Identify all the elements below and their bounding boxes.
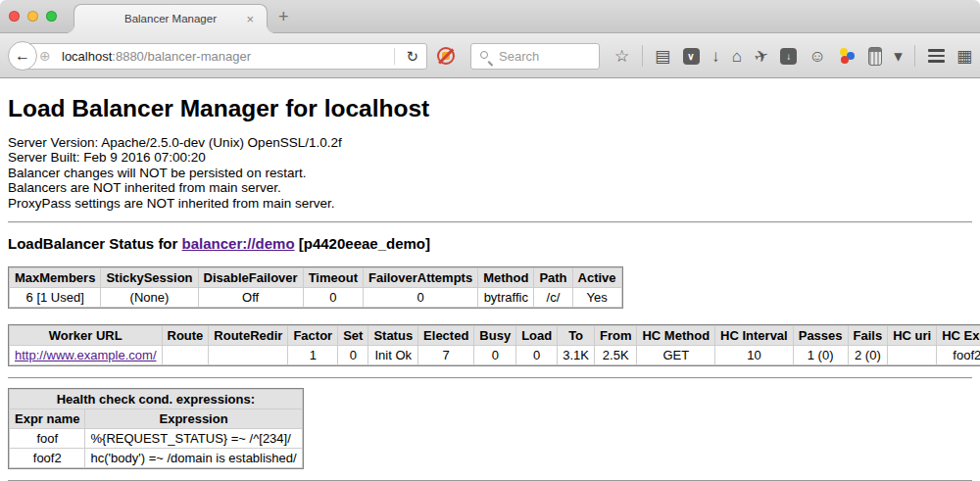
toolbar-icons: ☆ ▤ ∨ ↓ ⌂ ✈ ↓ ☺ ▾ ▦ xyxy=(614,33,972,78)
worker-status-table: Worker URLRouteRouteRedirFactorSetStatus… xyxy=(8,324,980,366)
table-cell: /c/ xyxy=(534,288,571,307)
table-cell: 3.1K xyxy=(558,346,594,364)
new-tab-button[interactable]: + xyxy=(278,1,289,32)
table-cell: GET xyxy=(637,346,714,364)
downloads-icon[interactable]: ↓ xyxy=(711,48,720,65)
column-header: To xyxy=(558,326,594,345)
table-cell: Init Ok xyxy=(368,346,417,364)
pocket-icon[interactable]: ∨ xyxy=(683,48,700,65)
table-cell: 1 xyxy=(288,346,337,364)
table-cell: 7 xyxy=(418,346,473,364)
bookmark-star-icon[interactable]: ☆ xyxy=(614,48,629,65)
heading-suffix: [p4420eeae_demo] xyxy=(295,235,430,252)
reload-icon[interactable]: ↻ xyxy=(406,44,418,69)
column-header: Method xyxy=(478,268,533,287)
send-tab-icon[interactable]: ✈ xyxy=(752,46,770,67)
server-version-line: Server Version: Apache/2.5.0-dev (Unix) … xyxy=(8,135,972,150)
url-bar-divider xyxy=(394,48,395,65)
column-header: FailoverAttempts xyxy=(364,268,477,287)
table-cell xyxy=(163,346,209,364)
table-cell xyxy=(888,346,936,364)
url-bar[interactable]: ⊕ localhost:8880/balancer-manager ↻ xyxy=(23,43,427,70)
column-header: Expr name xyxy=(10,409,84,428)
column-header: Worker URL xyxy=(10,326,162,345)
page-title: Load Balancer Manager for localhost xyxy=(8,95,972,122)
table-cell: 2 (0) xyxy=(849,346,888,364)
column-header: HC Method xyxy=(637,326,714,345)
column-header: StickySession xyxy=(101,268,197,287)
video-download-icon[interactable]: ↓ xyxy=(780,48,797,65)
table-cell: bytraffic xyxy=(478,288,533,307)
column-header: Path xyxy=(534,268,571,287)
url-domain: localhost xyxy=(62,49,112,64)
table-title: Health check cond. expressions: xyxy=(10,390,302,409)
balancer-demo-link[interactable]: balancer://demo xyxy=(182,235,295,252)
table-cell: 0 xyxy=(474,346,515,364)
column-header: Elected xyxy=(418,326,473,345)
navigation-toolbar: ← ⊕ localhost:8880/balancer-manager ↻ ☆ … xyxy=(0,33,980,78)
colors-addon-icon[interactable] xyxy=(838,47,856,65)
table-cell: 2.5K xyxy=(595,346,637,364)
table-cell: http://www.example.com/ xyxy=(10,346,162,364)
server-built-line: Server Built: Feb 9 2016 07:00:20 xyxy=(8,150,972,165)
column-header: From xyxy=(595,326,637,345)
globe-icon: ⊕ xyxy=(39,44,51,69)
zoom-window-button[interactable] xyxy=(46,11,57,22)
table-cell: (None) xyxy=(101,288,197,307)
tab-balancer-manager[interactable]: Balancer Manager × xyxy=(74,4,268,33)
search-bar[interactable] xyxy=(470,43,600,70)
table-cell: %{REQUEST_STATUS} =~ /^[234]/ xyxy=(85,429,301,448)
minimize-window-button[interactable] xyxy=(27,11,38,22)
overflow-caret-icon[interactable]: ▾ xyxy=(894,48,903,65)
tiles-icon[interactable]: ▦ xyxy=(956,48,972,65)
table-cell: 6 [1 Used] xyxy=(10,288,100,307)
server-info: Server Version: Apache/2.5.0-dev (Unix) … xyxy=(8,135,972,211)
tab-close-icon[interactable]: × xyxy=(246,5,254,33)
column-header: Passes xyxy=(794,326,848,345)
column-header: Expression xyxy=(85,409,301,428)
table-cell: foof xyxy=(10,429,84,448)
column-header: HC Expr xyxy=(937,326,980,345)
column-header: Load xyxy=(516,326,557,345)
heading-prefix: LoadBalancer Status for xyxy=(8,235,182,252)
column-header: Busy xyxy=(474,326,515,345)
table-cell: foof2 xyxy=(10,449,84,467)
tab-title: Balancer Manager xyxy=(74,5,267,33)
column-header: Set xyxy=(338,326,368,345)
reading-list-icon[interactable]: ▤ xyxy=(655,48,670,65)
column-header: Timeout xyxy=(304,268,363,287)
search-icon xyxy=(480,51,488,59)
worker-url-link[interactable]: http://www.example.com/ xyxy=(15,348,157,362)
close-window-button[interactable] xyxy=(9,11,20,22)
column-header: Status xyxy=(368,326,417,345)
table-row: foof2hc('body') =~ /domain is establishe… xyxy=(10,449,302,467)
column-header: MaxMembers xyxy=(10,268,100,287)
section-divider xyxy=(8,221,972,223)
column-header: DisableFailover xyxy=(199,268,303,287)
plugin-blocked-icon[interactable] xyxy=(437,47,455,65)
emoji-addon-icon[interactable]: ☺ xyxy=(809,48,826,65)
menu-icon[interactable] xyxy=(928,49,945,63)
browser-window: Balancer Manager × + ← ⊕ localhost:8880/… xyxy=(0,0,980,481)
toolbar-separator xyxy=(642,45,643,67)
table-cell: 0 xyxy=(338,346,368,364)
back-button[interactable]: ← xyxy=(8,41,37,71)
table-cell: Off xyxy=(199,288,303,307)
persist-warning-line: Balancer changes will NOT be persisted o… xyxy=(8,166,972,180)
table-row: http://www.example.com/10Init Ok7003.1K2… xyxy=(10,346,980,364)
column-header: HC uri xyxy=(888,326,936,345)
battery-addon-icon[interactable] xyxy=(868,47,882,66)
table-cell: hc('body') =~ /domain is established/ xyxy=(85,449,301,467)
column-header: Active xyxy=(573,268,621,287)
table-cell: 0 xyxy=(304,288,363,307)
proxypass-warning-line: ProxyPass settings are NOT inherited fro… xyxy=(8,196,972,211)
search-input[interactable] xyxy=(497,45,595,68)
page-content: Load Balancer Manager for localhost Serv… xyxy=(0,78,980,481)
column-header: Factor xyxy=(288,326,337,345)
table-cell: 10 xyxy=(715,346,793,364)
table-cell xyxy=(209,346,287,364)
home-icon[interactable]: ⌂ xyxy=(732,48,742,65)
back-arrow-icon: ← xyxy=(15,47,30,64)
url-text: localhost:8880/balancer-manager xyxy=(62,44,251,69)
table-cell: Yes xyxy=(573,288,621,307)
